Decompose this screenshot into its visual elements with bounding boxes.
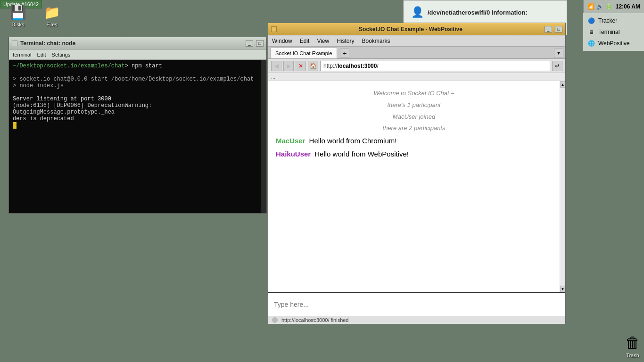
terminal-title-text: Terminal: chat: node — [20, 40, 243, 47]
terminal-minimize-btn[interactable]: _ — [246, 40, 253, 47]
tray-icon-sound: 🔊 — [596, 3, 604, 10]
deskbar-label-tracker: Tracker — [598, 17, 617, 24]
browser-menu-view[interactable]: View — [317, 38, 329, 44]
terminal-line-blank2 — [13, 89, 257, 96]
disks-label: Disks — [12, 22, 25, 27]
address-bar: http:// localhost:3000 / — [320, 61, 550, 71]
go-button[interactable]: ↵ — [552, 61, 562, 71]
deskbar-label-terminal: Terminal — [598, 29, 619, 35]
tab-menu-button[interactable]: ▼ — [554, 49, 563, 58]
browser-extra-bar: ... — [268, 73, 565, 81]
terminal-app-icon: 🖥 — [587, 28, 595, 36]
terminal-expand-btn[interactable]: □ — [256, 40, 264, 47]
browser-content: Welcome to Socket.IO Chat – there's 1 pa… — [268, 81, 565, 292]
chat-message-macuser: MacUser Hello world from Chromium! — [276, 135, 552, 147]
deskbar-item-webpositive[interactable]: 🌐 WebPositive — [583, 38, 644, 49]
tab-add-button[interactable]: + — [340, 49, 349, 58]
browser-menu-edit[interactable]: Edit — [300, 38, 310, 44]
terminal-scrollbar[interactable] — [261, 60, 266, 213]
deskbar-item-tracker[interactable]: 🔵 Tracker — [583, 15, 644, 26]
browser-window: Socket.IO Chat Example - WebPositive _ □… — [268, 23, 566, 324]
browser-scrollbar[interactable]: ▲ ▼ — [560, 81, 565, 292]
network-icon: 👤 — [411, 6, 424, 18]
terminal-line-7 — [13, 122, 257, 129]
desktop-icons: 💾 Disks 📁 Files — [4, 4, 66, 27]
chat-input[interactable] — [268, 293, 565, 316]
tracker-icon: 🔵 — [587, 16, 595, 25]
deskbar-label-webpositive: WebPositive — [598, 40, 629, 47]
home-button[interactable]: 🏠 — [308, 61, 318, 71]
system-tray: 📶 🔊 🔋 12:06 AM — [583, 0, 644, 13]
back-button[interactable]: ◀ — [271, 61, 281, 71]
terminal-titlebar: Terminal: chat: node _ □ — [9, 37, 266, 49]
terminal-window: Terminal: chat: node _ □ Terminal Edit S… — [8, 37, 267, 214]
browser-menu-history[interactable]: History — [337, 38, 354, 44]
desktop-icon-files[interactable]: 📁 Files — [38, 4, 66, 27]
deskbar-item-terminal[interactable]: 🖥 Terminal — [583, 26, 644, 38]
chat-text-mac: Hello world from Chromium! — [309, 135, 397, 147]
browser-expand-btn[interactable]: □ — [555, 26, 562, 33]
scroll-up-arrow[interactable]: ▲ — [560, 81, 565, 88]
deskbar: 🔵 Tracker 🖥 Terminal 🌐 WebPositive — [583, 13, 644, 51]
terminal-title-square — [12, 41, 17, 46]
browser-menubar: Window Edit View History Bookmarks — [268, 35, 565, 47]
browser-statusbar: http://localhost:3000/ finished — [268, 316, 565, 324]
scroll-track — [560, 88, 565, 286]
terminal-body: ~/Desktop/socket.io/examples/chat> npm s… — [9, 60, 266, 213]
trash[interactable]: 🗑 Trash — [625, 334, 640, 358]
browser-title-square — [271, 26, 277, 32]
tab-label: Socket.IO Chat Example — [275, 50, 332, 56]
scroll-down-arrow[interactable]: ▼ — [560, 286, 565, 292]
terminal-menu-edit[interactable]: Edit — [37, 52, 46, 58]
chat-message-haikuuser: HaikuUser Hello world from WebPositive! — [276, 148, 552, 160]
browser-menu-bookmarks[interactable]: Bookmarks — [362, 38, 390, 44]
terminal-line-6: ders is deprecated — [13, 115, 257, 122]
files-icon: 📁 — [43, 4, 60, 21]
terminal-line-4: Server listening at port 3000 — [13, 96, 257, 102]
terminal-line-3: > node index.js — [13, 82, 257, 89]
files-label: Files — [46, 22, 57, 27]
chat-system-welcome: Welcome to Socket.IO Chat – — [276, 89, 552, 99]
browser-menu-window[interactable]: Window — [272, 38, 292, 44]
tray-time: 12:06 AM — [616, 3, 640, 10]
status-icon — [272, 317, 278, 323]
chat-user-mac: MacUser — [276, 135, 305, 147]
terminal-menu-settings[interactable]: Settings — [52, 52, 71, 58]
network-title: 👤 /dev/net/atheroswifi/0 information: — [411, 6, 559, 18]
stop-button[interactable]: ✕ — [296, 61, 306, 71]
browser-tabs: Socket.IO Chat Example + ▼ — [268, 47, 565, 59]
status-text: http://localhost:3000/ finished — [281, 317, 348, 323]
terminal-line-2: > socket.io-chat@0.0.0 start /boot/home/… — [13, 76, 257, 82]
trash-label: Trash — [626, 353, 639, 358]
terminal-line-1: ~/Desktop/socket.io/examples/chat> npm s… — [13, 63, 257, 69]
browser-minimize-btn[interactable]: _ — [545, 26, 552, 33]
browser-tab-active[interactable]: Socket.IO Chat Example — [270, 48, 337, 58]
terminal-line-5: (node:6136) [DEP0066] DeprecationWarning… — [13, 102, 257, 115]
desktop-icon-disks[interactable]: 💾 Disks — [4, 4, 32, 27]
disks-icon: 💾 — [9, 4, 26, 21]
browser-navbar: ◀ ▶ ✕ 🏠 http:// localhost:3000 / ↵ — [268, 59, 565, 73]
tray-icons: 📶 🔊 🔋 — [587, 3, 613, 10]
webpositive-icon: 🌐 — [587, 39, 595, 48]
browser-title-text: Socket.IO Chat Example - WebPositive — [280, 26, 542, 33]
terminal-menubar: Terminal Edit Settings — [9, 49, 266, 60]
address-protocol: http:// — [323, 63, 338, 69]
terminal-menu-terminal[interactable]: Terminal — [12, 52, 32, 58]
trash-icon: 🗑 — [625, 334, 640, 352]
chat-system-2participants: there are 2 participants — [276, 123, 552, 133]
chat-system-1participant: there's 1 participant — [276, 100, 552, 110]
browser-titlebar: Socket.IO Chat Example - WebPositive _ □ — [268, 23, 565, 35]
address-domain: localhost:3000 — [338, 63, 377, 69]
terminal-content: ~/Desktop/socket.io/examples/chat> npm s… — [9, 60, 261, 213]
chat-text-haiku: Hello world from WebPositive! — [314, 148, 409, 160]
chat-system-joined: MacUser joined — [276, 112, 552, 122]
chat-user-haiku: HaikuUser — [276, 148, 311, 160]
chat-area: Welcome to Socket.IO Chat – there's 1 pa… — [268, 81, 560, 292]
tray-icon-bat: 🔋 — [605, 3, 613, 10]
forward-button[interactable]: ▶ — [283, 61, 294, 71]
tray-icon-wifi: 📶 — [587, 3, 595, 10]
chat-input-area — [268, 292, 565, 316]
address-path: / — [377, 63, 378, 69]
terminal-line-blank1 — [13, 69, 257, 76]
